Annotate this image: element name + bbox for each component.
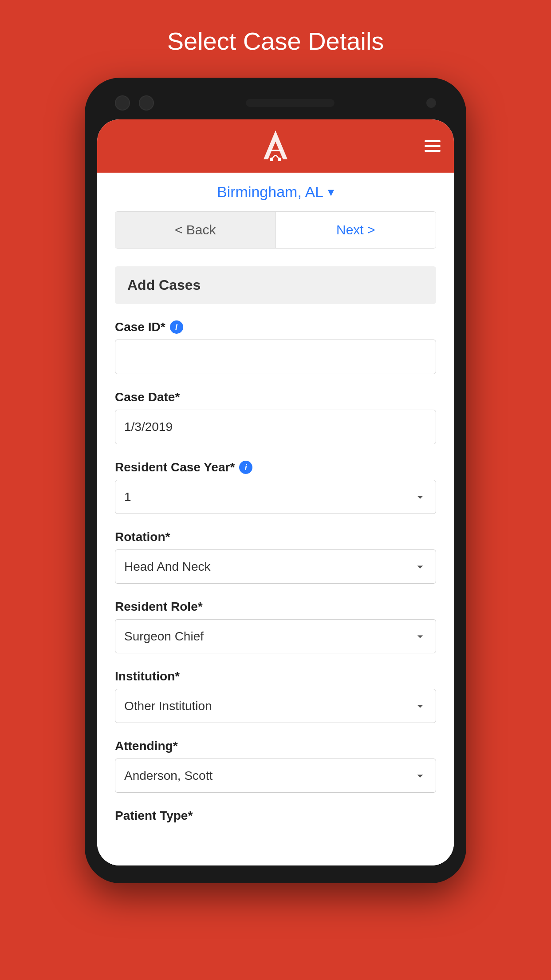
hamburger-menu-button[interactable] <box>425 140 441 152</box>
resident-case-year-select[interactable]: 1 2 3 4 5 <box>115 480 436 514</box>
resident-case-year-group: Resident Case Year* i 1 2 3 4 5 <box>115 460 436 514</box>
app-header <box>97 119 454 173</box>
next-button[interactable]: Next > <box>276 212 436 248</box>
location-text: Birmingham, AL <box>217 183 323 201</box>
svg-point-0 <box>270 158 273 161</box>
attending-label: Attending* <box>115 739 436 753</box>
rotation-group: Rotation* Head And Neck General Plastics… <box>115 530 436 584</box>
case-date-input[interactable] <box>115 410 436 444</box>
resident-role-select[interactable]: Surgeon Chief Surgeon Junior First Assis… <box>115 619 436 653</box>
camera-lens-2 <box>139 95 154 111</box>
page-title: Select Case Details <box>167 27 384 55</box>
section-title: Add Cases <box>127 277 201 293</box>
resident-role-label-text: Resident Role* <box>115 600 203 614</box>
attending-group: Attending* Anderson, Scott Smith, John J… <box>115 739 436 793</box>
institution-label-text: Institution* <box>115 669 180 684</box>
app-content: Birmingham, AL ▾ < Back Next > Add Cases… <box>97 173 454 865</box>
case-date-group: Case Date* <box>115 390 436 444</box>
resident-case-year-info-icon[interactable]: i <box>239 461 252 474</box>
case-id-group: Case ID* i <box>115 320 436 374</box>
svg-point-1 <box>278 158 281 161</box>
institution-label: Institution* <box>115 669 436 684</box>
phone-top-bar <box>97 91 454 119</box>
camera-group <box>115 95 154 111</box>
case-date-label-text: Case Date* <box>115 390 180 404</box>
case-id-input[interactable] <box>115 340 436 374</box>
resident-role-label: Resident Role* <box>115 600 436 614</box>
institution-group: Institution* Other Institution UAB Hospi… <box>115 669 436 723</box>
patient-type-group: Patient Type* <box>115 809 436 823</box>
patient-type-label-text: Patient Type* <box>115 809 193 823</box>
resident-case-year-label-text: Resident Case Year* <box>115 460 235 474</box>
rotation-label: Rotation* <box>115 530 436 544</box>
location-chevron-icon: ▾ <box>328 185 334 199</box>
patient-type-label: Patient Type* <box>115 809 436 823</box>
app-logo <box>258 128 293 164</box>
section-header: Add Cases <box>115 266 436 304</box>
location-bar[interactable]: Birmingham, AL ▾ <box>115 173 436 211</box>
navigation-buttons: < Back Next > <box>115 211 436 249</box>
case-id-info-icon[interactable]: i <box>170 320 183 334</box>
camera-lens-1 <box>115 95 130 111</box>
rotation-label-text: Rotation* <box>115 530 170 544</box>
back-button[interactable]: < Back <box>115 212 276 248</box>
phone-sensor <box>426 98 436 108</box>
rotation-wrapper: Head And Neck General Plastics Vascular <box>115 549 436 584</box>
institution-wrapper: Other Institution UAB Hospital Children'… <box>115 689 436 723</box>
institution-select[interactable]: Other Institution UAB Hospital Children'… <box>115 689 436 723</box>
resident-role-group: Resident Role* Surgeon Chief Surgeon Jun… <box>115 600 436 653</box>
case-id-label: Case ID* i <box>115 320 436 334</box>
hamburger-line-2 <box>425 145 441 147</box>
attending-label-text: Attending* <box>115 739 178 753</box>
phone-speaker <box>246 99 335 107</box>
logo-svg <box>260 128 291 164</box>
hamburger-line-1 <box>425 140 441 142</box>
phone-screen: Birmingham, AL ▾ < Back Next > Add Cases… <box>97 119 454 865</box>
hamburger-line-3 <box>425 150 441 152</box>
resident-case-year-label: Resident Case Year* i <box>115 460 436 474</box>
resident-role-wrapper: Surgeon Chief Surgeon Junior First Assis… <box>115 619 436 653</box>
resident-case-year-wrapper: 1 2 3 4 5 <box>115 480 436 514</box>
rotation-select[interactable]: Head And Neck General Plastics Vascular <box>115 549 436 584</box>
attending-wrapper: Anderson, Scott Smith, John Jones, Mary <box>115 759 436 793</box>
phone-frame: Birmingham, AL ▾ < Back Next > Add Cases… <box>85 78 466 883</box>
attending-select[interactable]: Anderson, Scott Smith, John Jones, Mary <box>115 759 436 793</box>
case-date-label: Case Date* <box>115 390 436 404</box>
case-id-label-text: Case ID* <box>115 320 165 334</box>
